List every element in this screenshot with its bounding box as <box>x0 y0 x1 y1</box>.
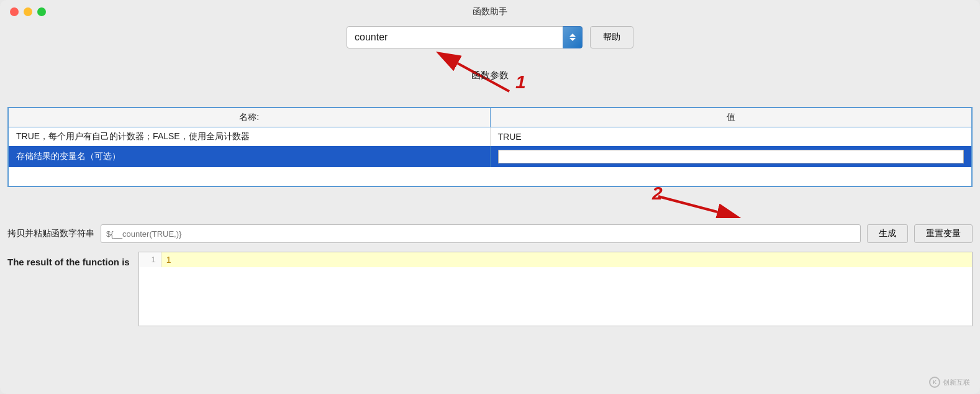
spinner-button[interactable] <box>563 26 583 48</box>
search-container <box>347 26 583 48</box>
param-name-cell: TRUE，每个用户有自己的计数器；FALSE，使用全局计数器 <box>9 127 490 147</box>
line-content: 1 <box>161 252 972 267</box>
help-button[interactable]: 帮助 <box>590 26 633 48</box>
col-name-header: 名称: <box>9 108 490 127</box>
generate-button[interactable]: 生成 <box>867 224 908 243</box>
watermark-icon: K <box>929 377 940 388</box>
line-number: 1 <box>139 252 161 267</box>
copy-paste-row: 拷贝并粘贴函数字符串 生成 重置变量 <box>7 224 973 243</box>
top-controls: 帮助 <box>0 21 980 51</box>
empty-name-cell <box>9 167 490 186</box>
result-section: The result of the function is 1 1 <box>0 247 980 394</box>
empty-value-cell <box>490 167 971 186</box>
window-controls <box>10 7 46 16</box>
param-value-cell: TRUE <box>490 127 971 147</box>
reset-button[interactable]: 重置变量 <box>914 224 973 243</box>
bottom-section: 拷贝并粘贴函数字符串 生成 重置变量 <box>0 218 980 247</box>
minimize-button[interactable] <box>24 7 32 16</box>
watermark: K 创新互联 <box>929 377 970 388</box>
table-row[interactable]: 存储结果的变量名（可选） <box>9 146 971 167</box>
spinner-up-icon <box>569 34 576 37</box>
main-window: 函数助手 帮助 1 函数参数 <box>0 0 980 394</box>
watermark-text: 创新互联 <box>943 378 970 387</box>
func-params-label: 函数参数 <box>471 70 509 81</box>
window-title: 函数助手 <box>473 6 507 17</box>
table-row[interactable]: TRUE，每个用户有自己的计数器；FALSE，使用全局计数器 TRUE <box>9 127 971 147</box>
table-row <box>9 167 971 186</box>
param-name-cell-selected: 存储结果的变量名（可选） <box>9 146 490 167</box>
copy-paste-input[interactable] <box>101 224 861 243</box>
annotation-2-svg: 2 <box>0 187 980 218</box>
spinner-down-icon <box>569 38 576 41</box>
params-table: 名称: 值 TRUE，每个用户有自己的计数器；FALSE，使用全局计数器 TRU… <box>9 108 971 186</box>
maximize-button[interactable] <box>37 7 46 16</box>
svg-text:2: 2 <box>651 187 663 203</box>
param-value-input-cell[interactable] <box>490 146 971 167</box>
copy-paste-label: 拷贝并粘贴函数字符串 <box>7 228 94 239</box>
params-table-wrapper: 名称: 值 TRUE，每个用户有自己的计数器；FALSE，使用全局计数器 TRU… <box>7 107 973 187</box>
result-label: The result of the function is <box>7 252 130 267</box>
col-value-header: 值 <box>490 108 971 127</box>
result-line: 1 1 <box>139 252 972 267</box>
close-button[interactable] <box>10 7 19 16</box>
title-bar: 函数助手 <box>0 0 980 21</box>
svg-text:1: 1 <box>515 71 526 92</box>
svg-line-4 <box>658 196 717 212</box>
param-value-field[interactable] <box>498 150 964 163</box>
result-editor: 1 1 <box>138 252 973 326</box>
function-search-input[interactable] <box>347 26 583 48</box>
